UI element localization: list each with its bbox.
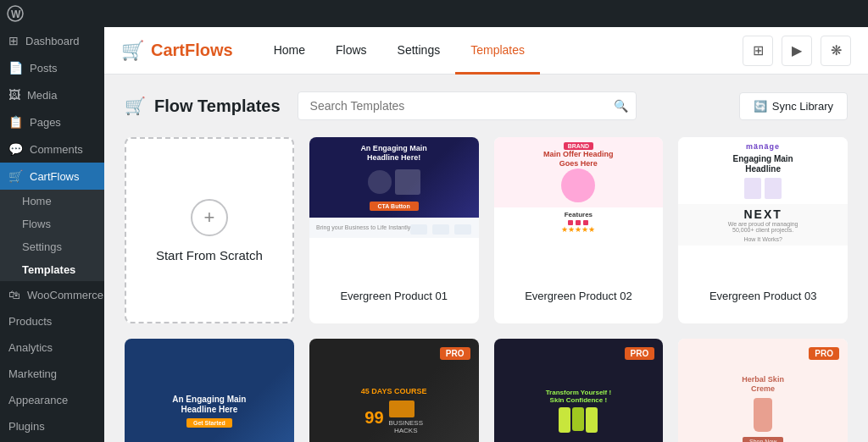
cartflows-submenu: Home Flows Settings Templates [0,190,104,281]
nav-icon-settings-button[interactable]: ❋ [821,36,851,66]
brand-name: CartFlows [151,41,233,60]
sidebar-item-label: Comments [30,143,83,156]
sidebar-item-label: Appearance [8,394,68,406]
template-card-ep3[interactable]: mänäge Engaging MainHeadline NEXT We are… [678,137,848,323]
content-title: 🛒 Flow Templates [125,96,281,116]
content-area: 🛒 Flow Templates 🔍 🔄 Sync Library + Star… [104,75,868,442]
page-title: Flow Templates [154,97,281,116]
template-card-r2-2[interactable]: PRO 45 DAYS COURSE 99 BUSINESSHACKS [309,339,479,442]
submenu-item-flows[interactable]: Flows [0,213,104,235]
sidebar-item-label: Media [27,89,57,102]
sidebar-item-cartflows[interactable]: 🛒 CartFlows [0,163,104,190]
template-preview-r2-1: An Engaging MainHeadline Here Get Starte… [125,339,294,442]
template-card-ep1[interactable]: An Engaging MainHeadline Here! CTA Butto… [309,137,479,323]
search-input[interactable] [298,91,637,120]
sidebar-item-plugins[interactable]: Plugins [0,413,104,439]
sidebar-item-products[interactable]: Products [0,308,104,334]
nav-icon-video-button[interactable]: ▶ [782,36,812,66]
media-icon: 🖼 [8,88,20,102]
sidebar: ⊞ Dashboard 📄 Posts 🖼 Media 📋 Pages 💬 Co… [0,0,104,442]
sidebar-item-comments[interactable]: 💬 Comments [0,135,104,163]
scratch-label: Start From Scratch [156,248,263,262]
template-label-ep1: Evergreen Product 01 [309,281,479,311]
tab-flows[interactable]: Flows [320,28,382,75]
submenu-item-templates[interactable]: Templates [0,258,104,281]
wp-logo-icon: W [7,5,24,22]
brand-icon: 🛒 [121,40,144,62]
scratch-plus-icon: + [191,199,228,236]
flow-templates-icon: 🛒 [125,96,146,116]
cartflows-icon: 🛒 [8,169,23,183]
sidebar-item-woocommerce[interactable]: 🛍 WooCommerce [0,281,104,308]
content-header: 🛒 Flow Templates 🔍 🔄 Sync Library [125,91,848,120]
sidebar-item-posts[interactable]: 📄 Posts [0,54,104,81]
sidebar-item-dashboard[interactable]: ⊞ Dashboard [0,27,104,54]
nav-tabs: Home Flows Settings Templates [259,27,540,74]
comments-icon: 💬 [8,142,23,156]
main-content: 🛒 CartFlows Home Flows Settings Template… [104,0,868,442]
svg-text:W: W [11,8,21,20]
templates-grid: + Start From Scratch An Engaging MainHea… [125,137,848,442]
posts-icon: 📄 [8,61,23,75]
sync-label: Sync Library [772,100,833,113]
sidebar-item-label: Marketing [8,367,57,380]
pages-icon: 📋 [8,115,23,129]
sidebar-item-label: Pages [30,116,61,129]
sidebar-item-label: Analytics [8,341,53,354]
brand: 🛒 CartFlows [121,40,233,62]
sidebar-item-appearance[interactable]: Appearance [0,387,104,413]
sidebar-item-media[interactable]: 🖼 Media [0,81,104,108]
template-preview-ep1: An Engaging MainHeadline Here! CTA Butto… [309,137,479,281]
pro-badge-r2-2: PRO [440,347,470,360]
template-label-ep3: Evergreen Product 03 [678,281,848,311]
sidebar-item-marketing[interactable]: Marketing [0,361,104,387]
search-box: 🔍 [298,91,637,120]
sync-icon: 🔄 [754,100,767,113]
sidebar-item-pages[interactable]: 📋 Pages [0,108,104,135]
nav-icon-grid-button[interactable]: ⊞ [743,36,773,66]
template-card-r2-4[interactable]: PRO Herbal SkinCreme Shop Now Herbal Ski… [678,339,848,442]
sidebar-item-label: Posts [30,62,58,75]
nav-icons: ⊞ ▶ ❋ [743,36,851,66]
search-icon: 🔍 [614,99,628,113]
sidebar-item-label: Products [8,315,52,328]
submenu-item-home[interactable]: Home [0,190,104,213]
sidebar-item-label: Plugins [8,420,45,433]
woocommerce-icon: 🛍 [8,288,20,301]
sync-library-button[interactable]: 🔄 Sync Library [739,92,848,120]
tab-home[interactable]: Home [259,28,320,75]
template-card-r2-1[interactable]: An Engaging MainHeadline Here Get Starte… [125,339,294,442]
pro-badge-r2-4: PRO [809,347,839,360]
tab-templates[interactable]: Templates [455,28,540,75]
sidebar-item-label: WooCommerce [27,289,103,301]
top-nav: 🛒 CartFlows Home Flows Settings Template… [104,27,868,75]
tab-settings[interactable]: Settings [382,28,456,75]
sidebar-item-label: CartFlows [30,170,80,183]
sidebar-item-analytics[interactable]: Analytics [0,334,104,361]
submenu-item-settings[interactable]: Settings [0,235,104,258]
sidebar-item-label: Dashboard [25,35,80,47]
template-card-ep2[interactable]: BRAND Main Offer HeadingGoes Here Featur… [494,137,664,323]
template-preview-ep3: mänäge Engaging MainHeadline NEXT We are… [678,137,848,281]
pro-badge-r2-3: PRO [625,347,655,360]
template-label-ep2: Evergreen Product 02 [494,281,664,311]
dashboard-icon: ⊞ [8,34,19,47]
template-preview-ep2: BRAND Main Offer HeadingGoes Here Featur… [494,137,664,281]
scratch-card[interactable]: + Start From Scratch [125,137,294,323]
template-card-r2-3[interactable]: PRO Transform Yourself !Skin Confidence … [494,339,664,442]
wp-admin-bar: W [0,0,868,27]
